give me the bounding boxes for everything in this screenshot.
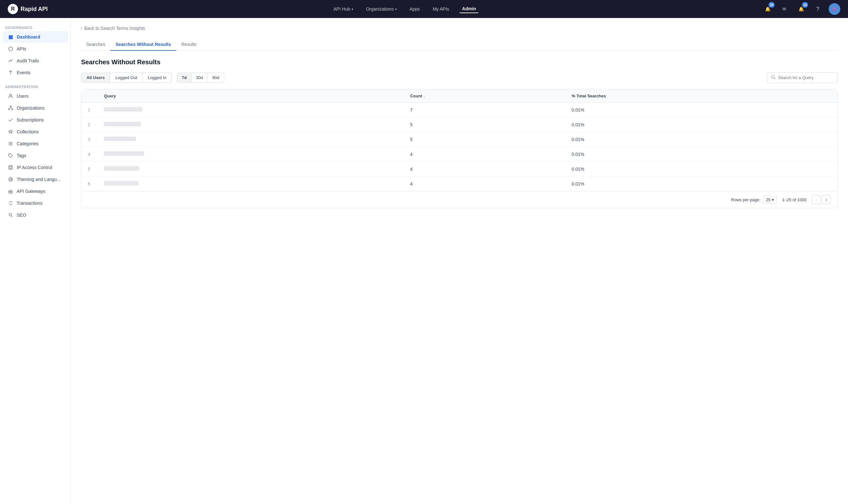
nav-my-apis[interactable]: My APIs <box>430 5 452 13</box>
help-button[interactable]: ? <box>812 3 824 15</box>
sidebar-item-theming[interactable]: Theming and Langu... <box>3 174 68 185</box>
sidebar-item-label: APIs <box>17 46 27 51</box>
svg-line-6 <box>11 107 12 109</box>
sort-icon: ↓ <box>423 94 425 98</box>
period-90d[interactable]: 90d <box>208 73 224 83</box>
prev-page-button[interactable]: ‹ <box>812 195 821 204</box>
svg-point-11 <box>10 155 10 155</box>
sidebar-item-label: Theming and Langu... <box>17 177 60 182</box>
audit-trails-icon <box>8 58 14 64</box>
period-7d[interactable]: 7d <box>177 73 191 83</box>
sidebar-item-dashboard[interactable]: ▦ Dashboard <box>3 31 68 43</box>
table-row: 4 4 0.01% <box>81 147 837 162</box>
next-page-button[interactable]: › <box>822 195 831 204</box>
sidebar-item-apis[interactable]: APIs <box>3 43 68 55</box>
tabs-bar: Searches Searches Without Results Result… <box>81 39 838 51</box>
col-header-count[interactable]: Count ↓ <box>404 90 565 103</box>
logo[interactable]: R Rapid API <box>8 4 48 14</box>
nav-organizations[interactable]: Organizations ▾ <box>364 5 399 13</box>
redacted-query <box>104 137 136 141</box>
svg-rect-13 <box>10 166 12 168</box>
back-chevron-icon: ‹ <box>81 26 82 31</box>
redacted-query <box>104 107 142 111</box>
svg-rect-12 <box>9 165 13 169</box>
api-gateways-icon <box>8 188 14 194</box>
message-icon: ✉ <box>782 6 786 12</box>
query-search-box[interactable] <box>767 72 838 83</box>
notifications-button[interactable]: 🔔 39 <box>762 3 773 15</box>
period-filter-group: 7d 30d 90d <box>177 73 224 83</box>
sidebar-item-tags[interactable]: Tags <box>3 150 68 161</box>
table-row: 3 5 0.01% <box>81 132 837 147</box>
events-icon <box>8 70 14 75</box>
sidebar-item-label: Tags <box>17 153 27 158</box>
breadcrumb[interactable]: ‹ Back to Search Terms Insights <box>81 26 838 31</box>
chevron-down-icon: ▾ <box>395 7 397 11</box>
table-header-row: Query Count ↓ % Total Searches <box>81 90 837 103</box>
rows-per-page-select[interactable]: 25 ▾ <box>763 196 777 204</box>
sidebar-item-transactions[interactable]: Transactions <box>3 197 68 209</box>
svg-marker-7 <box>9 130 13 133</box>
nav-admin[interactable]: Admin <box>460 5 479 13</box>
table-row: 6 4 0.01% <box>81 177 837 191</box>
row-query <box>98 117 404 132</box>
row-query <box>98 177 404 191</box>
rows-per-page: Rows per page: 25 ▾ <box>731 196 777 204</box>
sidebar-item-label: SEO <box>17 213 27 218</box>
sidebar-item-label: Users <box>17 93 29 99</box>
row-num: 3 <box>81 132 98 147</box>
alerts-button[interactable]: 🔔 16 <box>795 3 807 15</box>
search-input[interactable] <box>778 75 833 80</box>
administration-section-label: Administration <box>0 82 70 90</box>
tab-results[interactable]: Results <box>176 39 202 51</box>
apis-icon <box>8 46 14 52</box>
sidebar-item-users[interactable]: Users <box>3 90 68 102</box>
nav-center: API Hub ▾ Organizations ▾ Apps My APIs A… <box>58 5 751 13</box>
sidebar-item-label: Collections <box>17 129 39 134</box>
dropdown-icon: ▾ <box>772 197 774 202</box>
question-icon: ? <box>816 6 819 13</box>
avatar[interactable]: 👾 <box>829 3 840 15</box>
page-range: 1–25 of 1000 <box>782 197 807 202</box>
filter-logged-out[interactable]: Logged Out <box>110 73 142 83</box>
sidebar-item-ip-access-control[interactable]: IP Access Control <box>3 162 68 173</box>
results-table: Query Count ↓ % Total Searches 1 <box>81 90 837 191</box>
tab-searches-without-results[interactable]: Searches Without Results <box>110 39 176 51</box>
col-header-query: Query <box>98 90 404 103</box>
svg-line-20 <box>11 216 13 217</box>
messages-button[interactable]: ✉ <box>779 3 790 15</box>
sidebar-item-label: Organizations <box>17 105 45 111</box>
row-num: 2 <box>81 117 98 132</box>
sidebar-item-organizations[interactable]: Organizations <box>3 102 68 114</box>
sidebar-item-audit-trails[interactable]: Audit Trails <box>3 55 68 67</box>
sidebar-item-label: Categories <box>17 141 39 146</box>
sidebar-item-events[interactable]: Events <box>3 67 68 78</box>
col-header-percent: % Total Searches <box>565 90 837 103</box>
row-num: 6 <box>81 177 98 191</box>
sidebar-item-seo[interactable]: SEO <box>3 209 68 221</box>
sidebar-item-label: API Gateways <box>17 189 45 194</box>
transactions-icon <box>8 200 14 206</box>
filter-all-users[interactable]: All Users <box>81 73 110 83</box>
row-count: 4 <box>404 177 565 191</box>
filter-logged-in[interactable]: Logged In <box>142 73 172 83</box>
sidebar-item-subscriptions[interactable]: Subscriptions <box>3 114 68 126</box>
governance-section-label: Governance <box>0 23 70 31</box>
sidebar-item-categories[interactable]: Categories <box>3 138 68 149</box>
organizations-icon <box>8 105 14 111</box>
row-percent: 0.01% <box>565 132 837 147</box>
period-30d[interactable]: 30d <box>191 73 208 83</box>
nav-api-hub[interactable]: API Hub ▾ <box>331 5 356 13</box>
redacted-query <box>104 122 141 126</box>
chevron-down-icon: ▾ <box>352 7 353 11</box>
tab-searches[interactable]: Searches <box>81 39 110 51</box>
nav-apps[interactable]: Apps <box>407 5 422 13</box>
dashboard-icon: ▦ <box>8 34 14 40</box>
svg-point-19 <box>9 213 12 216</box>
sidebar-item-api-gateways[interactable]: API Gateways <box>3 185 68 197</box>
tags-icon <box>8 153 14 159</box>
sidebar-item-collections[interactable]: Collections <box>3 126 68 138</box>
row-count: 4 <box>404 147 565 162</box>
row-count: 7 <box>404 103 565 117</box>
svg-point-0 <box>9 47 13 51</box>
